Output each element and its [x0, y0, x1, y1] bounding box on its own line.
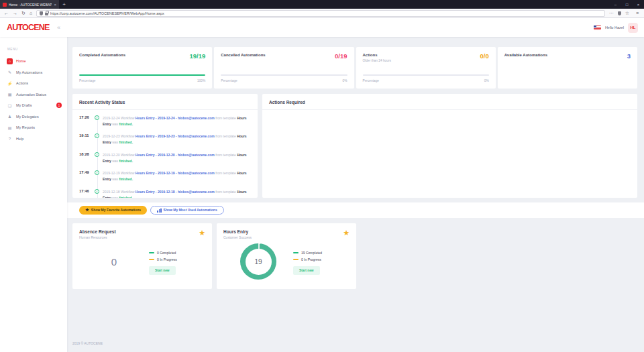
in-progress-dash-icon	[149, 259, 154, 261]
sidebar-item-help[interactable]: ? Help	[0, 133, 67, 145]
in-progress-label: 0 In Progress	[301, 257, 321, 261]
completed-label: 0 Completed	[157, 251, 176, 255]
refresh-icon[interactable]: ↻	[21, 11, 25, 15]
automation-card: Absence Request Human Resources ★ 0	[72, 223, 212, 289]
activity-item: 18:28 ✓ 2019-12-20 Workflow Hours Entry …	[79, 152, 252, 171]
activity-item: 17:26 ✓ 2019-12-24 Workflow Hours Entry …	[79, 115, 252, 134]
stat-percent-value: 100%	[197, 79, 205, 82]
activity-description: 2019-12-20 Workflow Hours Entry - 2019-1…	[103, 152, 252, 164]
workflow-link[interactable]: Hours Entry - 2019-12-24 - hlobos@autoce…	[136, 116, 215, 120]
status-finished: finished.	[119, 140, 133, 144]
start-new-button[interactable]: Start new	[293, 266, 320, 275]
sidebar-item-my-delegates[interactable]: ♟ My Delegates	[0, 111, 67, 123]
sidebar-item-home[interactable]: ⌂ Home	[0, 56, 67, 67]
stat-subtitle: Older than 24 hours	[363, 59, 391, 62]
collapse-sidebar-icon[interactable]: «	[57, 25, 60, 31]
new-tab-button[interactable]: +	[59, 0, 69, 9]
status-finished: finished.	[119, 196, 133, 198]
activity-list: 17:26 ✓ 2019-12-24 Workflow Hours Entry …	[72, 110, 258, 198]
show-most-used-button[interactable]: Show My Most Used Automations	[150, 206, 224, 215]
quick-actions-band: ★ Show My Favorite Automations Show My M…	[67, 202, 644, 218]
user-avatar[interactable]: HL	[628, 23, 638, 33]
bookmark-star-icon[interactable]: ☆	[625, 11, 629, 15]
automation-title: Absence Request	[79, 229, 116, 234]
page-actions-icon[interactable]: ⋯	[609, 11, 614, 15]
browser-window: Home - AUTOCENE WEBAPP × + – □ × ← → ↻ ⌂…	[0, 0, 644, 352]
protection-shield-icon[interactable]	[618, 11, 621, 15]
automation-count: 19	[246, 249, 272, 275]
favicon	[3, 3, 7, 7]
tab-close-icon[interactable]: ×	[54, 3, 56, 7]
legend-completed: 19 Completed	[293, 251, 350, 255]
url-input[interactable]: https://corp.autocene.com/AUTOCENESERVER…	[36, 10, 605, 17]
sidebar-item-label: My Reports	[16, 125, 62, 129]
user-greeting: Hello Hazel	[605, 25, 624, 30]
stat-progress-fill	[79, 74, 205, 76]
stat-value: 3	[627, 53, 631, 60]
tab-title: Home - AUTOCENE WEBAPP	[9, 3, 52, 7]
draft-icon: ❏	[7, 103, 13, 109]
check-circle-icon: ✓	[95, 189, 99, 194]
language-flag-icon[interactable]	[594, 25, 601, 30]
menu-hamburger-icon[interactable]: ≡	[636, 11, 639, 15]
close-icon[interactable]: ×	[633, 0, 644, 9]
browser-tab[interactable]: Home - AUTOCENE WEBAPP ×	[0, 0, 59, 9]
stat-value: 0/19	[335, 53, 347, 60]
stat-footer: Percentage 0%	[221, 79, 347, 82]
stats-row: Completed Automations 19/19 Percentage 1…	[72, 47, 637, 89]
stat-value: 0/0	[480, 53, 489, 60]
sidebar-item-automation-status[interactable]: ▦ Automation Status	[0, 89, 67, 101]
sidebar-item-label: Help	[16, 137, 62, 141]
people-icon: ♟	[7, 113, 13, 119]
check-circle-icon: ✓	[95, 115, 99, 120]
forward-icon[interactable]: →	[13, 11, 17, 15]
sidebar-item-my-automations[interactable]: ✎ My Automations	[0, 67, 67, 78]
start-new-button[interactable]: Start new	[149, 266, 176, 275]
stat-percent-label: Percentage	[221, 79, 237, 82]
favorite-star-icon[interactable]: ★	[343, 229, 350, 237]
sidebar-item-my-reports[interactable]: ▤ My Reports	[0, 122, 67, 133]
back-icon[interactable]: ←	[4, 11, 9, 15]
activity-time: 19:11	[79, 133, 92, 137]
stat-footer: Percentage 0%	[363, 79, 489, 82]
legend-completed: 0 Completed	[149, 251, 205, 255]
sidebar-item-label: My Automations	[16, 70, 62, 74]
check-circle-icon: ✓	[95, 133, 99, 138]
logo-area: AUTOCENE «	[0, 23, 67, 32]
activity-description: 2019-12-24 Workflow Hours Entry - 2019-1…	[103, 115, 252, 127]
workflow-link[interactable]: Hours Entry - 2019-12-20 - hlobos@autoce…	[136, 153, 215, 157]
navbar-actions: ⋯ ☆ ≡	[609, 11, 640, 15]
workflow-link[interactable]: Hours Entry - 2019-12-19 - hlobos@autoce…	[136, 171, 215, 175]
check-circle-icon: ✓	[95, 170, 99, 175]
show-favorites-button[interactable]: ★ Show My Favorite Automations	[79, 206, 147, 215]
pencil-icon: ✎	[7, 69, 13, 75]
stat-progress-track	[363, 74, 489, 76]
grid-icon: ▦	[7, 91, 13, 97]
completed-dash-icon	[293, 252, 299, 254]
tracking-shield-icon[interactable]	[40, 11, 43, 15]
stat-title: Actions	[363, 53, 391, 57]
sidebar-item-actions[interactable]: ⚡ Actions	[0, 78, 67, 89]
activity-item: 19:11 ✓ 2019-12-23 Workflow Hours Entry …	[79, 133, 252, 152]
automation-count: 0	[111, 256, 117, 268]
home-nav-icon[interactable]: ⌂	[30, 11, 32, 15]
stat-card: Actions Older than 24 hours 0/0 Percenta…	[356, 47, 496, 89]
completed-dash-icon	[149, 252, 154, 254]
sidebar-nav: ⌂ Home ✎ My Automations ⚡ Actions	[0, 56, 67, 144]
minimize-icon[interactable]: –	[610, 0, 621, 9]
stat-percent-value: 0%	[484, 79, 489, 82]
workflow-link[interactable]: Hours Entry - 2019-12-23 - hlobos@autoce…	[136, 134, 215, 138]
check-circle-icon: ✓	[95, 152, 99, 157]
stat-card: Cancelled Automations 0/19 Percentage 0%	[214, 47, 354, 89]
maximize-icon[interactable]: □	[621, 0, 633, 9]
workflow-link[interactable]: Hours Entry - 2019-12-18 - hlobos@autoce…	[136, 190, 215, 194]
legend-in-progress: 0 In Progress	[293, 257, 350, 261]
automation-title: Hours Entry	[223, 229, 252, 234]
copyright-footer: 2019 © AUTOCENE	[72, 341, 637, 349]
sidebar-item-my-drafts[interactable]: ❏ My Drafts 1	[0, 100, 67, 111]
activity-time: 17:49	[79, 170, 92, 174]
activity-description: 2019-12-23 Workflow Hours Entry - 2019-1…	[103, 133, 252, 145]
favorite-star-icon[interactable]: ★	[199, 229, 205, 237]
home-icon: ⌂	[7, 58, 13, 64]
url-text[interactable]: https://corp.autocene.com/AUTOCENESERVER…	[50, 11, 602, 15]
